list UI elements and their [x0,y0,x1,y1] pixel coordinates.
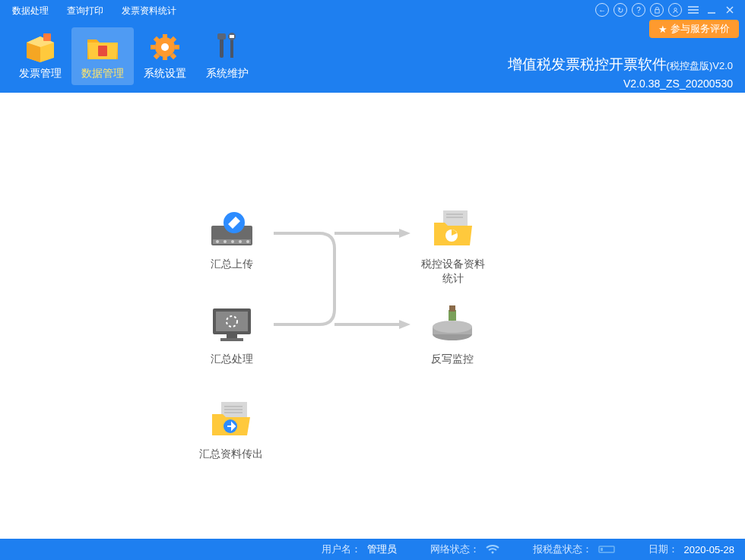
func-summary-export[interactable]: 汇总资料传出 [199,397,263,461]
svg-point-31 [231,240,234,243]
disk-icon [598,545,615,554]
svg-rect-39 [220,338,243,341]
svg-rect-45 [443,210,468,227]
gear-icon [147,32,183,62]
tool-invoice-mgmt[interactable]: 发票管理 [9,27,71,85]
tools-icon [209,32,246,62]
minimize-button[interactable] [704,3,719,17]
svg-marker-25 [399,229,411,238]
svg-rect-53 [449,305,455,312]
box-icon [22,32,59,62]
svg-point-30 [224,240,227,243]
svg-point-11 [161,43,169,51]
close-button[interactable] [722,3,737,17]
film-pen-icon [205,207,258,252]
menu-query-print[interactable]: 查询打印 [67,5,103,17]
svg-point-51 [433,321,472,333]
app-title-sub: (税控盘版)V2.0 [667,60,733,71]
svg-rect-13 [163,55,167,60]
tool-system-maintain[interactable]: 系统维护 [196,27,258,85]
svg-marker-26 [399,320,411,329]
disk-brush-icon [426,302,479,347]
svg-point-33 [246,240,249,243]
status-date-label: 日期： [648,543,678,556]
back-icon[interactable]: ← [595,3,609,17]
svg-rect-0 [655,9,658,13]
refresh-icon[interactable]: ↻ [613,3,627,17]
func-writeback-monitor[interactable]: 反写监控 [426,302,479,366]
svg-rect-12 [163,34,167,39]
func-tax-device-stats[interactable]: 税控设备资料 统计 [421,207,485,286]
folder-export-icon [204,397,258,442]
svg-point-59 [491,552,493,554]
menu-data-process[interactable]: 数据处理 [12,5,49,17]
tool-system-settings[interactable]: 系统设置 [134,27,196,85]
app-version: V2.0.38_ZS_20200530 [508,78,733,90]
svg-rect-8 [43,33,51,41]
user-icon[interactable] [668,3,682,17]
func-summary-process[interactable]: 汇总处理 [205,302,258,366]
func-summary-upload[interactable]: 汇总上传 [205,207,258,271]
svg-rect-22 [230,38,233,58]
svg-rect-61 [601,548,603,551]
svg-rect-20 [220,36,224,58]
svg-rect-24 [230,35,234,38]
status-net-label: 网络状态： [430,543,480,556]
status-date-value: 2020-05-28 [684,544,735,555]
flow-arrows [258,210,426,378]
folder-badge-icon [84,32,121,62]
svg-rect-21 [217,33,226,40]
status-tax-label: 报税盘状态： [533,543,592,556]
svg-rect-15 [175,45,179,49]
folder-chart-icon [426,207,480,252]
lock-icon[interactable] [650,3,664,17]
svg-rect-14 [151,45,155,49]
tool-data-mgmt[interactable]: 数据管理 [71,27,134,85]
status-user-value: 管理员 [367,543,397,556]
svg-rect-36 [216,312,248,331]
menu-icon[interactable] [686,3,701,17]
monitor-icon [205,302,258,347]
svg-point-32 [239,240,242,243]
app-title: 增值税发票税控开票软件 [508,56,667,72]
svg-point-1 [674,8,676,10]
svg-rect-9 [98,46,107,56]
status-user-label: 用户名： [322,543,361,556]
help-icon[interactable]: ? [632,3,645,17]
menu-invoice-stats[interactable]: 发票资料统计 [122,5,176,17]
svg-rect-38 [227,334,237,338]
wifi-icon [486,544,499,555]
svg-point-29 [216,240,219,243]
